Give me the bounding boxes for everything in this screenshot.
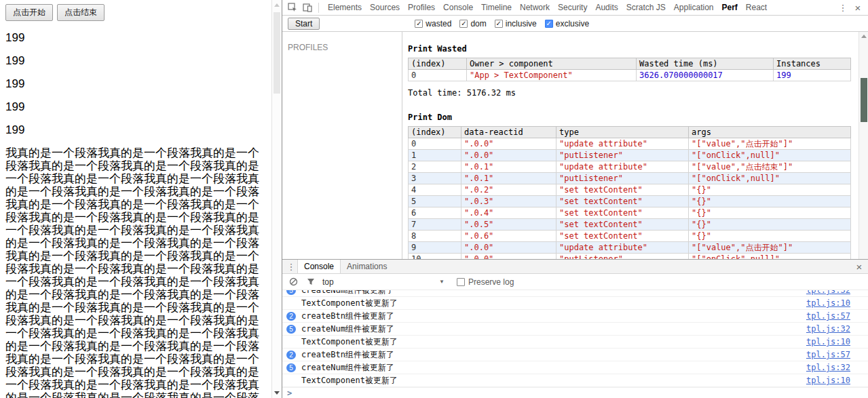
tab-profiles[interactable]: Profiles [404, 0, 439, 15]
table-cell: ".0.2" [461, 184, 556, 196]
tab-console[interactable]: Console [439, 0, 477, 15]
console-message-text: createNum组件被更新了 [301, 290, 394, 296]
table-cell: "set textContent" [556, 231, 689, 242]
table-cell: "putListener" [556, 150, 689, 161]
source-link[interactable]: tpl.js:10 [806, 298, 850, 308]
table-cell: 5 [409, 196, 461, 207]
source-link[interactable]: tpl.js:32 [806, 363, 850, 372]
table-cell: 2 [409, 161, 461, 173]
long-paragraph: 我真的是一个段落我真的是一个段落我真的是一个段落我真的是一个段落我真的是一个段落… [5, 146, 266, 398]
console-message: 5createNum组件被更新了tpl.js:32 [282, 361, 868, 374]
table-cell: "["value","点击开始"]" [689, 242, 851, 254]
checkbox-box-wasted: ✓ [415, 20, 423, 28]
tab-timeline[interactable]: Timeline [477, 0, 516, 15]
tab-security[interactable]: Security [554, 0, 591, 15]
table-row: 1".0.0""putListener""["onClick",null]" [409, 150, 851, 161]
table-cell: 10 [409, 254, 461, 260]
table-cell: "set textContent" [556, 207, 689, 219]
close-drawer-icon[interactable]: × [853, 260, 865, 273]
checkbox-label-inclusive: inclusive [506, 19, 537, 28]
column-header[interactable]: (index) [409, 127, 461, 138]
device-toolbar-icon[interactable] [301, 1, 314, 14]
table-cell: 8 [409, 231, 461, 242]
page-scrollbar-thumb[interactable] [273, 12, 280, 94]
print-wasted-table: (index)Owner > componentWasted time (ms)… [408, 58, 851, 81]
table-row: 4".0.2""set textContent""{}" [409, 184, 851, 196]
tab-audits[interactable]: Audits [591, 0, 622, 15]
counter-value: 199 [5, 77, 266, 90]
console-message: TextComponent被更新了tpl.js:10 [282, 374, 868, 387]
filter-icon[interactable] [305, 276, 317, 288]
scrollbar-down-arrow-icon[interactable] [274, 391, 280, 395]
page-buttons: 点击开始点击结束 [5, 4, 266, 21]
page-scrollbar[interactable] [271, 0, 282, 398]
table-row: 9".0.0""update attribute""["value","点击开始… [409, 242, 851, 254]
column-header[interactable]: Owner > component [467, 58, 637, 70]
tab-scratch-js[interactable]: Scratch JS [622, 0, 670, 15]
column-header[interactable]: Instances [774, 58, 851, 70]
table-header-row: (index)data-reactidtypeargs [409, 127, 851, 138]
checkbox-wasted[interactable]: ✓wasted [415, 19, 451, 28]
table-cell: ".0.3" [461, 196, 556, 207]
table-cell: "{}" [689, 219, 851, 231]
clear-console-icon[interactable] [287, 276, 299, 288]
source-link[interactable]: tpl.js:57 [806, 311, 850, 321]
source-link[interactable]: tpl.js:32 [806, 290, 850, 295]
page-button-start[interactable]: 点击开始 [5, 4, 53, 21]
devtools-scrollbar-up-icon[interactable] [861, 35, 867, 38]
tab-perf[interactable]: Perf [718, 0, 742, 15]
dropdown-arrow-icon: ▼ [439, 279, 445, 285]
drawer-menu-icon[interactable]: ⋮ [285, 260, 297, 273]
column-header[interactable]: (index) [409, 58, 467, 70]
column-header[interactable]: data-reactid [461, 127, 556, 138]
overflow-menu-icon[interactable]: ⋮ [837, 1, 849, 14]
counter-list: 199199199199199 [5, 31, 266, 136]
checkbox-dom[interactable]: ✓dom [459, 19, 486, 28]
drawer-tab-animations[interactable]: Animations [341, 260, 393, 273]
drawer-tab-console[interactable]: Console [297, 260, 341, 273]
source-link[interactable]: tpl.js:57 [806, 350, 850, 359]
table-cell: "["value","点击结束"]" [689, 161, 851, 173]
source-link[interactable]: tpl.js:32 [806, 324, 850, 334]
table-cell: "["onClick",null]" [689, 254, 851, 260]
table-row: 3".0.1""putListener""["onClick",null]" [409, 173, 851, 184]
execution-context-select[interactable]: top ▼ [322, 277, 445, 287]
console-message: TextComponent被更新了tpl.js:10 [282, 336, 868, 349]
counter-value: 199 [5, 100, 266, 113]
checkbox-exclusive[interactable]: ✓exclusive [545, 19, 589, 28]
print-wasted-title: Print Wasted [408, 44, 850, 54]
tab-network[interactable]: Network [516, 0, 554, 15]
page-button-end[interactable]: 点击结束 [57, 4, 105, 21]
start-button[interactable]: Start [288, 18, 320, 30]
table-row: 6".0.4""set textContent""{}" [409, 207, 851, 219]
profiles-label: PROFILES [288, 43, 402, 52]
checkbox-label-dom: dom [470, 19, 486, 28]
devtools-scrollbar-thumb[interactable] [861, 78, 867, 122]
console-message: 5createNum组件被更新了tpl.js:32 [282, 323, 868, 336]
table-row: 8".0.6""set textContent""{}" [409, 231, 851, 242]
column-header[interactable]: Wasted time (ms) [637, 58, 774, 70]
tab-elements[interactable]: Elements [324, 0, 366, 15]
console-message-text: TextComponent被更新了 [301, 298, 398, 309]
table-row: 5".0.3""set textContent""{}" [409, 196, 851, 207]
perf-results: Print Wasted (index)Owner > componentWas… [402, 32, 868, 259]
total-time-line: Total time: 5176.32 ms [408, 88, 850, 98]
devtools-scrollbar[interactable] [858, 32, 868, 259]
column-header[interactable]: type [556, 127, 689, 138]
tab-application[interactable]: Application [670, 0, 718, 15]
tab-sources[interactable]: Sources [366, 0, 404, 15]
column-header[interactable]: args [689, 127, 851, 138]
close-devtools-icon[interactable]: × [852, 1, 864, 14]
repeat-count-badge: 5 [286, 363, 296, 372]
source-link[interactable]: tpl.js:10 [806, 337, 850, 346]
tab-react[interactable]: React [742, 0, 771, 15]
console-message-text: createBtn组件被更新了 [301, 311, 394, 322]
console-message-text: TextComponent被更新了 [301, 375, 398, 386]
checkbox-inclusive[interactable]: ✓inclusive [495, 19, 537, 28]
source-link[interactable]: tpl.js:10 [806, 376, 850, 385]
table-cell: 1 [409, 150, 461, 161]
scrollbar-up-arrow-icon[interactable] [274, 3, 280, 7]
preserve-log-checkbox[interactable]: Preserve log [457, 277, 514, 287]
console-prompt[interactable]: > [282, 387, 868, 398]
inspect-element-icon[interactable] [286, 1, 299, 14]
